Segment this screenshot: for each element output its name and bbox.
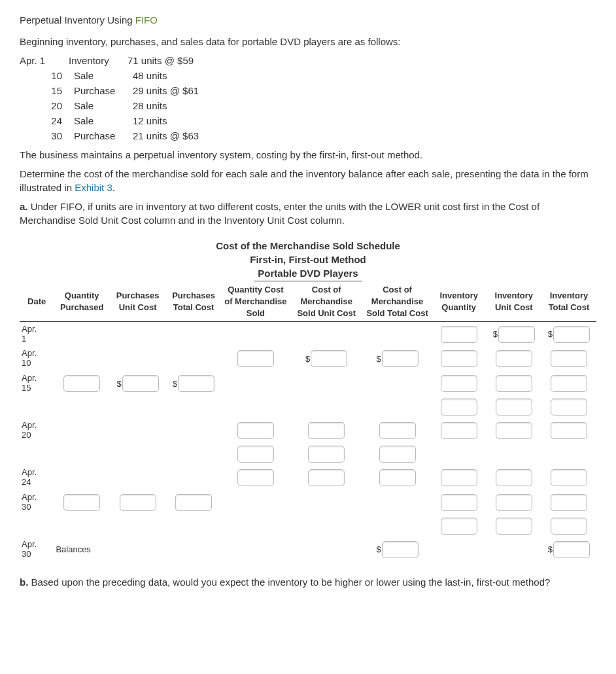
- inv-qty-apr1[interactable]: [441, 326, 477, 343]
- pur-tc-apr30[interactable]: [175, 494, 212, 511]
- inv-tc-apr20[interactable]: [551, 422, 587, 439]
- pur-uc-apr15[interactable]: [122, 375, 159, 392]
- inv-uc-apr24[interactable]: [496, 469, 532, 486]
- pur-uc-apr30[interactable]: [120, 494, 156, 511]
- inv-qty-apr15b[interactable]: [441, 399, 477, 416]
- schedule-heading: Cost of the Merchandise Sold Schedule Fi…: [20, 239, 596, 281]
- inv-uc-apr10[interactable]: [496, 350, 532, 367]
- inv-qty-apr15a[interactable]: [441, 375, 477, 392]
- cogs-tc-apr20b[interactable]: [379, 446, 416, 463]
- inv-qty-apr20[interactable]: [441, 422, 477, 439]
- bal-cogs-total[interactable]: [382, 541, 419, 558]
- exhibit-link[interactable]: Exhibit 3: [75, 182, 112, 193]
- inv-tc-apr15b[interactable]: [551, 399, 587, 416]
- inv-qty-apr24[interactable]: [441, 469, 477, 486]
- part-a: a. Under FIFO, if units are in inventory…: [20, 200, 596, 227]
- pur-qty-apr30[interactable]: [63, 494, 100, 511]
- fifo-table: Date Quantity Purchased Purchases Unit C…: [20, 283, 596, 562]
- inv-uc-apr20[interactable]: [496, 422, 532, 439]
- row-balances: Apr.30 Balances $ $: [20, 537, 596, 562]
- inv-tc-apr24[interactable]: [551, 469, 587, 486]
- cogs-qty-apr20b[interactable]: [237, 446, 274, 463]
- para-determine: Determine the cost of the merchandise so…: [20, 167, 596, 194]
- intro-text: Beginning inventory, purchases, and sale…: [20, 35, 596, 48]
- pur-qty-apr15[interactable]: [63, 375, 100, 392]
- cogs-tc-apr20a[interactable]: [379, 422, 416, 439]
- cogs-qty-apr10[interactable]: [237, 350, 274, 367]
- cogs-uc-apr20b[interactable]: [308, 446, 345, 463]
- inv-tc-apr10[interactable]: [551, 350, 587, 367]
- row-apr24: Apr.24: [20, 465, 596, 490]
- cogs-uc-apr24[interactable]: [308, 469, 345, 486]
- row-apr15b: [20, 396, 596, 418]
- row-apr10: Apr.10 $ $: [20, 346, 596, 371]
- para-perpetual: The business maintains a perpetual inven…: [20, 148, 596, 162]
- row-apr30b: [20, 515, 596, 537]
- cogs-tc-apr10[interactable]: [382, 350, 419, 367]
- inv-tc-apr1[interactable]: [553, 326, 590, 343]
- inv-tc-apr15a[interactable]: [551, 375, 587, 392]
- inv-qty-apr30a[interactable]: [441, 494, 477, 511]
- part-b: b. Based upon the preceding data, would …: [20, 575, 596, 589]
- row-apr20a: Apr.20: [20, 418, 596, 443]
- pur-tc-apr15[interactable]: [178, 375, 214, 392]
- bal-inv-total[interactable]: [553, 541, 590, 558]
- inv-qty-apr10[interactable]: [441, 350, 477, 367]
- row-apr20b: [20, 443, 596, 465]
- inv-uc-apr1[interactable]: [498, 326, 535, 343]
- cogs-uc-apr20a[interactable]: [308, 422, 345, 439]
- cogs-qty-apr20a[interactable]: [237, 422, 274, 439]
- inv-tc-apr30a[interactable]: [551, 494, 587, 511]
- transaction-list: Apr. 1Inventory71 units @ $59 10Sale48 u…: [20, 54, 596, 143]
- inv-uc-apr15a[interactable]: [496, 375, 532, 392]
- cogs-qty-apr24[interactable]: [237, 469, 274, 486]
- row-apr15: Apr.15 $ $: [20, 371, 596, 396]
- cogs-uc-apr10[interactable]: [311, 350, 347, 367]
- inv-qty-apr30b[interactable]: [441, 518, 477, 535]
- inv-uc-apr30b[interactable]: [496, 518, 532, 535]
- inv-uc-apr15b[interactable]: [496, 399, 532, 416]
- page-title: Perpetual Inventory Using FIFO: [20, 13, 596, 27]
- inv-tc-apr30b[interactable]: [551, 518, 587, 535]
- row-apr30a: Apr.30: [20, 490, 596, 515]
- cogs-tc-apr24[interactable]: [379, 469, 416, 486]
- inv-uc-apr30a[interactable]: [496, 494, 532, 511]
- row-apr1: Apr.1 $ $: [20, 321, 596, 346]
